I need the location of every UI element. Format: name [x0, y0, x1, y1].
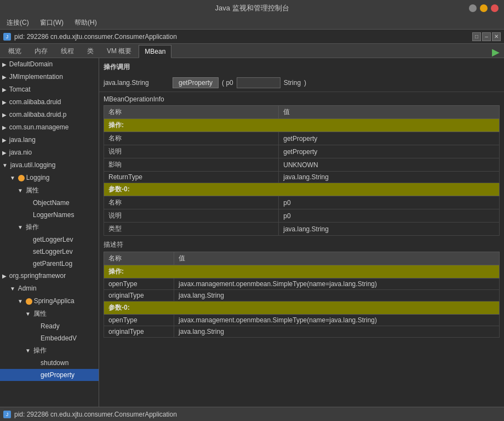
menu-bar: 连接(C) 窗口(W) 帮助(H): [0, 16, 504, 30]
right-panel: 操作调用 java.lang.String getProperty ( p0 S…: [99, 58, 504, 407]
cell-name: openType: [104, 315, 174, 326]
op-paren-close: ): [304, 79, 306, 87]
sidebar-label-Ready: Ready: [41, 322, 60, 330]
cell-name: 说明: [104, 145, 279, 158]
connect-status-icon: ▶: [492, 46, 500, 58]
op-param-input[interactable]: [237, 77, 280, 88]
sidebar-label-getProperty: getProperty: [41, 371, 75, 379]
sidebar-item-Ready[interactable]: Ready: [0, 320, 99, 332]
pid-max-button[interactable]: ✕: [492, 32, 501, 41]
table-row: originalTypejava.lang.String: [104, 326, 500, 338]
tree-arrow-操作2: ▼: [25, 348, 32, 354]
tab-memory[interactable]: 内存: [28, 44, 54, 58]
window-controls[interactable]: [469, 4, 499, 12]
tree-arrow-JMImplementation: ▶: [2, 74, 8, 80]
cell-name: ReturnType: [104, 172, 279, 183]
sidebar-item-java.nio[interactable]: ▶ java.nio: [0, 146, 99, 159]
table-row: 名称p0: [104, 196, 500, 209]
sidebar-item-属性2[interactable]: ▼ 属性: [0, 308, 99, 320]
sidebar-item-com.alibaba.druid1[interactable]: ▶ com.alibaba.druid: [0, 96, 99, 109]
pid-icon: J: [3, 33, 11, 41]
sidebar-item-java.util.logging[interactable]: ▼ java.util.logging: [0, 159, 99, 172]
cell-name: 类型: [104, 223, 279, 236]
table-row: 说明getProperty: [104, 145, 500, 158]
menu-connect[interactable]: 连接(C): [4, 17, 31, 29]
sidebar-item-ObjectName[interactable]: ObjectName: [0, 197, 99, 209]
cell-name: 名称: [104, 132, 279, 145]
sidebar-label-DefaultDomain: DefaultDomain: [9, 60, 53, 68]
op-call-button[interactable]: getProperty: [173, 77, 219, 88]
op-type-label: java.lang.String: [104, 79, 169, 87]
tab-vm[interactable]: VM 概要: [101, 44, 138, 58]
tree-arrow-操作1: ▼: [18, 224, 25, 230]
sidebar-item-属性1[interactable]: ▼ 属性: [0, 184, 99, 197]
sidebar-label-属性1: 属性: [26, 186, 39, 194]
sidebar-item-SpringApplica[interactable]: ▼ SpringApplica: [0, 295, 99, 308]
sidebar-item-com.alibaba.druid2[interactable]: ▶ com.alibaba.druid.p: [0, 109, 99, 121]
tab-overview[interactable]: 概览: [2, 44, 27, 58]
sidebar[interactable]: ▶ DefaultDomain▶ JMImplementation▶ Tomca…: [0, 58, 99, 407]
sidebar-label-操作1: 操作: [26, 223, 39, 231]
sidebar-item-org.springframewor[interactable]: ▶ org.springframewor: [0, 270, 99, 282]
sidebar-item-getParentLog[interactable]: getParentLog: [0, 258, 99, 270]
menu-window[interactable]: 窗口(W): [38, 17, 66, 29]
pid-min-button[interactable]: –: [482, 32, 491, 41]
title-bar: Java 监视和管理控制台: [0, 0, 504, 16]
tree-arrow-SpringApplica: ▼: [18, 298, 25, 304]
cell-value: getProperty: [279, 145, 500, 158]
pid-bar: J pid: 292286 cn.edu.xjtu.consumer.Consu…: [0, 30, 504, 44]
mbean-section-title: MBeanOperationInfo: [104, 95, 500, 103]
main-content: ▶ DefaultDomain▶ JMImplementation▶ Tomca…: [0, 58, 504, 407]
desc-col-value: 值: [174, 252, 500, 265]
pid-restore-button[interactable]: □: [472, 32, 481, 41]
sidebar-item-DefaultDomain[interactable]: ▶ DefaultDomain: [0, 58, 99, 71]
sidebar-label-Admin: Admin: [18, 285, 37, 292]
sidebar-item-setLoggerLev[interactable]: setLoggerLev: [0, 246, 99, 258]
window-title: Java 监视和管理控制台: [215, 3, 289, 13]
sidebar-label-com.alibaba.druid1: com.alibaba.druid: [9, 98, 61, 106]
cell-name: 影响: [104, 158, 279, 172]
table-row: openTypejavax.management.openmbean.Simpl…: [104, 278, 500, 290]
menu-help[interactable]: 帮助(H): [72, 17, 99, 29]
tree-arrow-java.lang: ▶: [2, 137, 8, 143]
sidebar-item-java.lang[interactable]: ▶ java.lang: [0, 134, 99, 146]
table-row: 影响UNKNOWN: [104, 158, 500, 172]
operation-section-title: 操作调用: [99, 60, 504, 74]
sidebar-label-JMImplementation: JMImplementation: [9, 73, 63, 81]
sidebar-item-shutdown[interactable]: shutdown: [0, 357, 99, 369]
sidebar-item-操作1[interactable]: ▼ 操作: [0, 221, 99, 234]
tab-classes[interactable]: 类: [81, 44, 100, 58]
cell-value: java.lang.String: [174, 290, 500, 301]
sidebar-item-getLoggerLev[interactable]: getLoggerLev: [0, 234, 99, 246]
table-row: ReturnTypejava.lang.String: [104, 172, 500, 183]
sidebar-label-java.lang: java.lang: [9, 136, 36, 144]
tree-arrow-Admin: ▼: [10, 286, 17, 292]
mbean-operation-info-section: MBeanOperationInfo 名称 值 操作:名称getProperty…: [104, 95, 500, 236]
sidebar-item-Logging[interactable]: ▼ Logging: [0, 172, 99, 184]
tree-arrow-java.nio: ▶: [2, 150, 8, 156]
close-button[interactable]: [491, 4, 499, 12]
pid-controls[interactable]: □ – ✕: [472, 32, 501, 41]
sidebar-item-Admin[interactable]: ▼ Admin: [0, 282, 99, 295]
table1-section-header: 参数-0:: [104, 183, 500, 196]
sidebar-item-JMImplementation[interactable]: ▶ JMImplementation: [0, 71, 99, 83]
sidebar-item-Tomcat[interactable]: ▶ Tomcat: [0, 83, 99, 96]
tab-mbean[interactable]: MBean: [139, 45, 171, 58]
sidebar-item-操作2[interactable]: ▼ 操作: [0, 344, 99, 357]
sidebar-item-com.sun.manageme[interactable]: ▶ com.sun.manageme: [0, 121, 99, 134]
node-icon-SpringApplica: [26, 298, 32, 305]
sidebar-item-EmbeddedV[interactable]: EmbeddedV: [0, 332, 99, 344]
minimize-button[interactable]: [469, 4, 477, 12]
cell-value: java.lang.String: [279, 172, 500, 183]
status-pid-text: pid: 292286 cn.edu.xjtu.consumer.Consume…: [14, 411, 177, 418]
sidebar-label-EmbeddedV: EmbeddedV: [41, 334, 77, 342]
sidebar-item-LoggerNames[interactable]: LoggerNames: [0, 209, 99, 221]
tree-arrow-Tomcat: ▶: [2, 87, 8, 93]
tree-arrow-com.sun.manageme: ▶: [2, 124, 8, 130]
cell-value: javax.management.openmbean.SimpleType(na…: [174, 315, 500, 326]
cell-name: 名称: [104, 196, 279, 209]
tab-threads[interactable]: 线程: [55, 44, 80, 58]
maximize-button[interactable]: [480, 4, 488, 12]
operation-call-area: java.lang.String getProperty ( p0 String…: [99, 74, 504, 92]
sidebar-item-getProperty[interactable]: getProperty: [0, 369, 99, 381]
